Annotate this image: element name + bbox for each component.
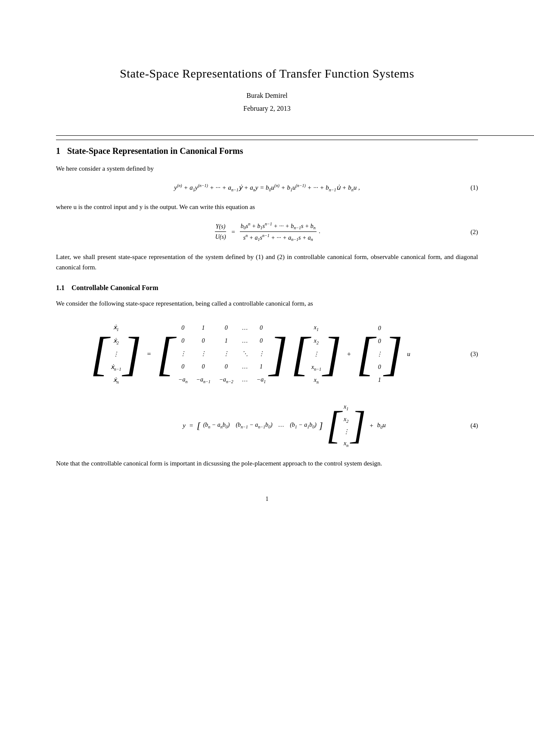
av4: ⋮: [257, 348, 266, 360]
x-vdots: ⋮: [311, 348, 321, 360]
a14: 0: [257, 335, 266, 347]
rbracket-x4: ]: [351, 409, 366, 442]
av3: ⋱: [242, 348, 248, 360]
b2: 0: [376, 335, 382, 347]
section-1: 1 State-Space Representation in Canonica…: [56, 135, 478, 469]
eq4-number: (4): [471, 421, 478, 431]
eq3-u: u: [407, 349, 410, 359]
subsection-1-1-number: 1.1: [56, 284, 65, 291]
xn1: xn−1: [311, 361, 321, 374]
lbracket-C: [: [197, 418, 201, 432]
bn: 1: [376, 374, 382, 386]
eq3-plus: +: [347, 349, 351, 359]
eq2-fraction-rhs: b0sn + b1sn−1 + ··· + bn−1s + bn sn + a1…: [240, 221, 317, 243]
av2: ⋮: [219, 348, 233, 360]
b1: 0: [376, 322, 382, 334]
section-1-title: State-Space Representation in Canonical …: [67, 146, 243, 156]
xdot1: ẋ1: [111, 322, 121, 334]
eq4-plus: +: [369, 421, 374, 431]
eq1-text: y(n) + a1y(n−1) + ··· + an−1ẏ + any = b0…: [174, 182, 360, 193]
eq2-frac-den: U(s): [214, 232, 227, 241]
eq4-y: y: [183, 421, 186, 431]
body-para2: where u is the control input and y is th…: [56, 202, 478, 212]
a04: 0: [257, 322, 266, 334]
x4-vdots: ⋮: [343, 426, 349, 437]
eq4-eq: =: [189, 421, 193, 431]
lbracket-xdot: [: [90, 334, 109, 375]
rbracket-A: ]: [269, 334, 288, 375]
equation-1-block: y(n) + a1y(n−1) + ··· + an−1ẏ + any = b0…: [56, 182, 478, 193]
an4: 1: [257, 361, 266, 373]
ann3: …: [242, 374, 248, 386]
equation-3-block: [ ẋ1 ẋ2 ⋮ ẋn−1 ẋn ] = [: [56, 319, 478, 389]
x4-1: x1: [343, 401, 349, 413]
eq1-number: (1): [471, 183, 478, 193]
eq2-frac-rhs-den: sn + a1sn−1 + ··· + an−1s + an: [242, 232, 314, 243]
x2: x2: [311, 335, 321, 347]
an3: …: [242, 361, 248, 373]
equation-1-content: y(n) + a1y(n−1) + ··· + an−1ẏ + any = b0…: [174, 182, 360, 193]
av1: ⋮: [196, 348, 210, 360]
b-vdots: ⋮: [376, 348, 382, 360]
bn1: 0: [376, 361, 382, 373]
body-para4: We consider the following state-space re…: [56, 298, 478, 309]
ann2: −an−2: [219, 374, 233, 386]
eq2-equals: =: [231, 227, 236, 237]
page-number: 1: [56, 494, 478, 503]
subsection-1-1: 1.1 Controllable Canonical Form We consi…: [56, 283, 478, 469]
equation-2-block: Y(s) U(s) = b0sn + b1sn−1 + ··· + bn−1s …: [56, 221, 478, 243]
rbracket-x: ]: [323, 334, 342, 375]
body-para3: Later, we shall present state-space repr…: [56, 252, 478, 272]
a10: 0: [178, 335, 187, 347]
xn: xn: [311, 374, 321, 387]
eq2-number: (2): [471, 227, 478, 237]
subsection-1-1-title: Controllable Canonical Form: [71, 284, 158, 291]
body-para1: We here consider a system defined by: [56, 163, 478, 174]
body-para5: Note that the controllable canonical for…: [56, 458, 478, 469]
an2: 0: [219, 361, 233, 373]
eq2-frac-rhs-num: b0sn + b1sn−1 + ··· + bn−1s + bn: [240, 221, 317, 232]
C-matrix-content: (bn − anb0) (bn−1 − an−1b0) … (b1 − a1b0…: [201, 420, 319, 430]
x4-n: xn: [343, 438, 349, 450]
a03: …: [242, 322, 248, 334]
xdot-n1: ẋn−1: [111, 361, 121, 374]
rbracket-b: ]: [384, 334, 403, 375]
eq2-lhs: Y(s) U(s): [214, 222, 228, 241]
b-vector: 0 0 ⋮ 0 1: [375, 320, 384, 389]
an1: 0: [196, 361, 210, 373]
lbracket-b: [: [357, 334, 375, 375]
rbracket-C: ]: [319, 418, 323, 432]
ann0: −an: [178, 374, 187, 386]
section-1-number: 1: [56, 146, 60, 156]
eq2-rhs: b0sn + b1sn−1 + ··· + bn−1s + bn sn + a1…: [239, 221, 321, 243]
a02: 0: [219, 322, 233, 334]
eq2-frac-num: Y(s): [215, 222, 227, 232]
av0: ⋮: [178, 348, 187, 360]
ann4: −a1: [257, 374, 266, 386]
document-author: Burak Demirel: [56, 91, 478, 101]
a13: …: [242, 335, 248, 347]
eq4-b0u: b0u: [377, 420, 386, 431]
page: State-Space Representations of Transfer …: [0, 0, 534, 756]
xdot2: ẋ2: [111, 335, 121, 347]
eq3-equals: =: [146, 349, 151, 359]
equation-4-block: y = [ (bn − anb0) (bn−1 − an−1b0) … (b1 …: [56, 400, 478, 451]
a01: 1: [196, 322, 210, 334]
a00: 0: [178, 322, 187, 334]
xdot-vdots: ⋮: [111, 348, 121, 360]
x1: x1: [311, 322, 321, 334]
document-date: February 2, 2013: [56, 103, 478, 114]
x-vector: x1 x2 ⋮ xn−1 xn: [310, 319, 323, 389]
lbracket-A: [: [156, 334, 175, 375]
a11: 0: [196, 335, 210, 347]
lbracket-x4: [: [326, 409, 342, 442]
eq2-fraction: Y(s) U(s): [214, 222, 227, 241]
xdot-vector: ẋ1 ẋ2 ⋮ ẋn−1 ẋn: [109, 319, 123, 389]
rbracket-xdot: ]: [123, 334, 142, 375]
A-matrix: 0 1 0 … 0 0 0 1 … 0 ⋮ ⋮ ⋮: [175, 319, 269, 389]
a12: 1: [219, 335, 233, 347]
x4-2: x2: [343, 414, 349, 425]
eq3-number: (3): [471, 349, 478, 359]
an0: 0: [178, 361, 187, 373]
document-title: State-Space Representations of Transfer …: [56, 65, 478, 83]
